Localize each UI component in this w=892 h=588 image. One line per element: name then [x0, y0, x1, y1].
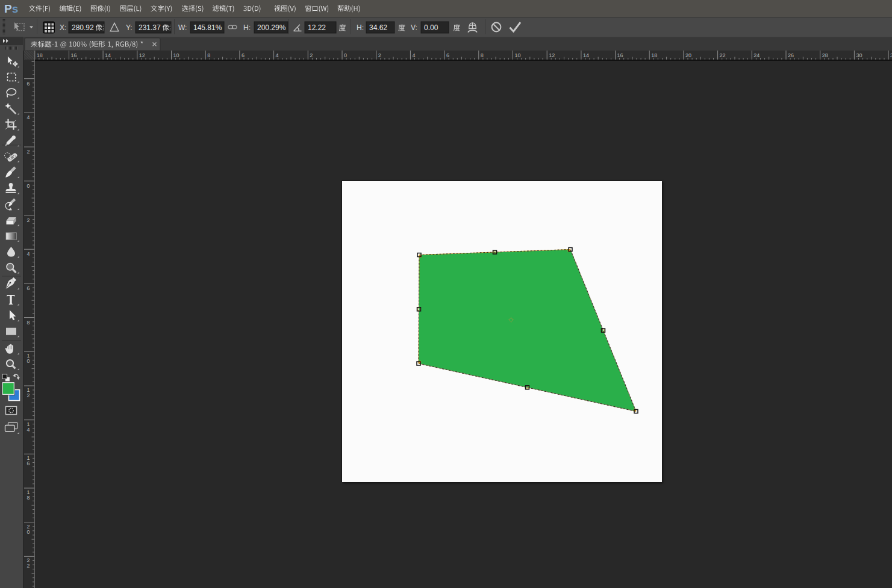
- svg-text:Y:: Y:: [126, 23, 133, 32]
- svg-text:4: 4: [276, 52, 279, 58]
- svg-text:2: 2: [27, 217, 30, 223]
- svg-text:145.81%: 145.81%: [193, 23, 222, 32]
- svg-text:8: 8: [481, 52, 484, 58]
- svg-text:0: 0: [27, 529, 30, 535]
- svg-text:14: 14: [105, 52, 111, 58]
- svg-text:18: 18: [651, 52, 657, 58]
- svg-text:231.37: 231.37: [139, 23, 161, 32]
- svg-text:20: 20: [685, 52, 691, 58]
- svg-text:4: 4: [27, 251, 30, 257]
- svg-text:X:: X:: [60, 23, 66, 32]
- svg-text:4: 4: [27, 114, 30, 120]
- svg-text:12.22: 12.22: [308, 23, 326, 32]
- svg-text:0.00: 0.00: [424, 23, 438, 32]
- svg-text:H:: H:: [357, 23, 364, 32]
- svg-text:30: 30: [856, 52, 862, 58]
- svg-text:24: 24: [753, 52, 759, 58]
- svg-text:W:: W:: [178, 23, 187, 32]
- svg-text:4: 4: [412, 52, 415, 58]
- svg-text:6: 6: [27, 81, 30, 87]
- svg-text:8: 8: [207, 52, 210, 58]
- svg-text:6: 6: [446, 52, 449, 58]
- svg-text:6: 6: [27, 285, 30, 291]
- svg-text:0: 0: [27, 358, 30, 364]
- svg-text:4: 4: [27, 427, 30, 433]
- svg-text:280.92: 280.92: [72, 23, 94, 32]
- svg-text:12: 12: [139, 52, 145, 58]
- svg-text:16: 16: [71, 52, 77, 58]
- svg-text:V:: V:: [411, 23, 417, 32]
- svg-text:10: 10: [173, 52, 179, 58]
- svg-text:12: 12: [549, 52, 555, 58]
- svg-text:0: 0: [344, 52, 347, 58]
- svg-text:34.62: 34.62: [369, 23, 387, 32]
- svg-text:8: 8: [27, 495, 30, 501]
- svg-text:0: 0: [27, 183, 30, 189]
- svg-text:H:: H:: [243, 23, 251, 32]
- svg-text:16: 16: [617, 52, 623, 58]
- svg-text:8: 8: [27, 320, 30, 326]
- svg-text:18: 18: [37, 52, 43, 58]
- svg-text:2: 2: [27, 392, 30, 398]
- svg-text:2: 2: [27, 149, 30, 155]
- svg-text:2: 2: [310, 52, 313, 58]
- svg-text:2: 2: [27, 563, 30, 569]
- svg-text:6: 6: [27, 460, 30, 466]
- svg-text:200.29%: 200.29%: [257, 23, 286, 32]
- svg-text:28: 28: [822, 52, 828, 58]
- svg-text:14: 14: [583, 52, 589, 58]
- svg-text:26: 26: [788, 52, 794, 58]
- svg-text:22: 22: [720, 52, 726, 58]
- svg-text:6: 6: [242, 52, 245, 58]
- svg-text:2: 2: [378, 52, 381, 58]
- svg-text:10: 10: [515, 52, 521, 58]
